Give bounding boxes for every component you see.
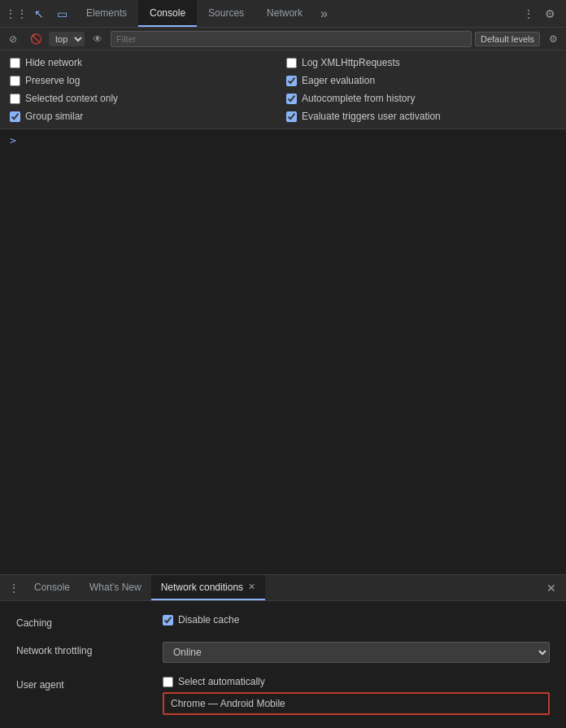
disable-cache-checkbox[interactable]	[163, 615, 173, 626]
hide-network-checkbox[interactable]	[10, 58, 20, 68]
eval-triggers-checkbox[interactable]	[286, 111, 297, 122]
close-nc-tab-icon[interactable]: ✕	[248, 582, 255, 592]
caching-row: Caching Disable cache	[16, 614, 550, 629]
select-auto-checkbox[interactable]	[163, 677, 173, 687]
console-settings-panel: Hide network Log XMLHttpRequests Preserv…	[0, 50, 566, 129]
main-area: ⊘ 🚫 top 👁 Default levels ⚙ Hide network …	[0, 28, 566, 728]
throttling-row: Network throttling Online Fast 3G Slow 3…	[16, 642, 550, 663]
console-settings-icon[interactable]: ⚙	[543, 29, 563, 49]
devtools-topbar: ⋮⋮ ↖ ▭ Elements Console Sources Network …	[0, 0, 566, 28]
eager-eval-checkbox[interactable]	[286, 76, 297, 86]
tab-network[interactable]: Network	[255, 0, 314, 27]
close-bottom-panel-icon[interactable]: ✕	[540, 582, 563, 595]
eval-triggers-label: Evaluate triggers user activation	[302, 111, 441, 122]
eager-eval-label: Eager evaluation	[302, 75, 375, 86]
disable-cache-label: Disable cache	[178, 614, 239, 626]
group-similar-label: Group similar	[25, 111, 83, 122]
bottom-tab-console-label: Console	[34, 582, 70, 593]
setting-selected-context: Selected context only	[10, 91, 280, 106]
network-conditions-content: Caching Disable cache Network throttling…	[0, 601, 566, 728]
bottom-tab-console[interactable]: Console	[24, 575, 80, 600]
caching-label: Caching	[16, 614, 163, 629]
bottom-tab-nc-label: Network conditions	[161, 582, 243, 593]
inspect-icon[interactable]: ↖	[29, 4, 49, 24]
useragent-row: User agent Select automatically	[16, 676, 550, 715]
log-xml-label: Log XMLHttpRequests	[302, 57, 400, 68]
log-xml-checkbox[interactable]	[286, 58, 297, 68]
autocomplete-checkbox[interactable]	[286, 94, 297, 104]
throttling-select[interactable]: Online Fast 3G Slow 3G Offline	[163, 642, 550, 663]
bottom-tab-whats-new[interactable]: What's New	[80, 575, 151, 600]
filter-input[interactable]	[111, 31, 472, 47]
setting-log-xml: Log XMLHttpRequests	[286, 55, 556, 70]
clear-console-icon[interactable]: 🚫	[26, 29, 46, 49]
hide-network-label: Hide network	[25, 57, 82, 68]
drag-icon[interactable]: ⋮⋮	[7, 4, 26, 24]
tab-sources[interactable]: Sources	[197, 0, 255, 27]
useragent-input[interactable]	[163, 692, 550, 715]
top-tabs: Elements Console Sources Network »	[75, 0, 519, 27]
setting-autocomplete: Autocomplete from history	[286, 91, 556, 106]
setting-eval-triggers: Evaluate triggers user activation	[286, 109, 556, 124]
levels-button[interactable]: Default levels	[475, 32, 540, 46]
throttling-label: Network throttling	[16, 642, 163, 656]
selected-context-label: Selected context only	[25, 93, 118, 104]
bottom-tab-whats-new-label: What's New	[89, 582, 142, 593]
bottom-tab-network-conditions[interactable]: Network conditions ✕	[151, 575, 265, 600]
device-toggle-icon[interactable]: ▭	[52, 4, 72, 24]
right-icons: ⋮ ⚙	[519, 4, 563, 24]
select-auto-row: Select automatically	[163, 676, 550, 687]
console-prompt[interactable]: >	[0, 129, 566, 151]
caching-control: Disable cache	[163, 614, 550, 626]
setting-preserve-log: Preserve log	[10, 73, 280, 88]
group-similar-checkbox[interactable]	[10, 111, 20, 122]
context-select[interactable]: top	[49, 32, 85, 46]
selected-context-checkbox[interactable]	[10, 94, 20, 104]
throttling-control: Online Fast 3G Slow 3G Offline	[163, 642, 550, 663]
useragent-label: User agent	[16, 676, 163, 691]
setting-eager-eval: Eager evaluation	[286, 73, 556, 88]
console-area: >	[0, 129, 566, 574]
setting-group-similar: Group similar	[10, 109, 280, 124]
autocomplete-label: Autocomplete from history	[302, 93, 415, 104]
console-toolbar: ⊘ 🚫 top 👁 Default levels ⚙	[0, 28, 566, 50]
preserve-log-label: Preserve log	[25, 75, 80, 86]
tab-console[interactable]: Console	[138, 0, 197, 27]
disable-cache-row: Disable cache	[163, 614, 550, 626]
overflow-icon[interactable]: ⋮	[519, 4, 538, 24]
tab-elements[interactable]: Elements	[75, 0, 138, 27]
more-tabs-icon[interactable]: »	[314, 7, 334, 21]
setting-hide-network: Hide network	[10, 55, 280, 70]
select-auto-label: Select automatically	[178, 676, 265, 687]
bottom-panel: ⋮ Console What's New Network conditions …	[0, 574, 566, 728]
bottom-tab-dots[interactable]: ⋮	[3, 582, 24, 595]
eye-icon[interactable]: 👁	[88, 29, 107, 49]
preserve-log-checkbox[interactable]	[10, 76, 20, 86]
left-icons: ⋮⋮ ↖ ▭	[3, 4, 75, 24]
stop-log-icon[interactable]: ⊘	[3, 29, 23, 49]
useragent-control: Select automatically	[163, 676, 550, 715]
bottom-tabs-bar: ⋮ Console What's New Network conditions …	[0, 575, 566, 601]
settings-icon[interactable]: ⚙	[540, 4, 559, 24]
